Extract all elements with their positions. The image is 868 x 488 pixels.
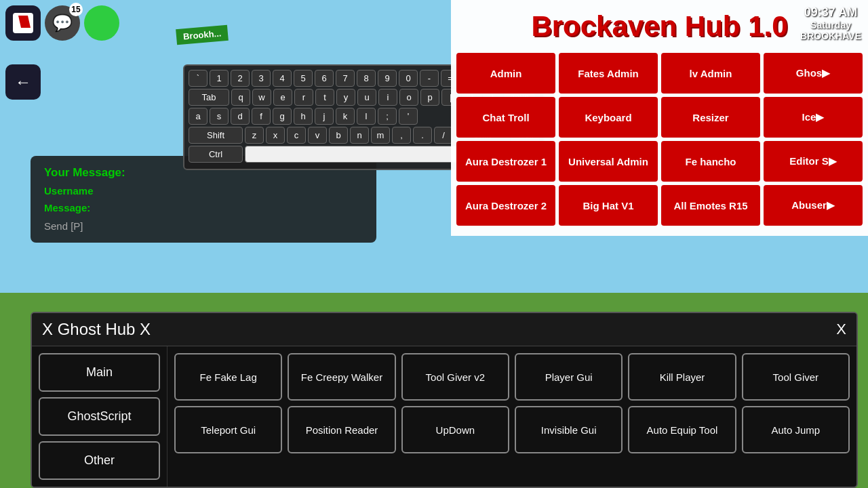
brock-grid: Admin Fates Admin lv Admin Ghos▶ Chat Tr… [451, 49, 868, 229]
ghost-grid-row-1: Fe Fake Lag Fe Creepy Walker Tool Giver … [174, 353, 850, 401]
brock-btn-editor-s[interactable]: Editor S▶ [764, 141, 863, 182]
key-f[interactable]: f [252, 108, 271, 125]
ghost-btn-invisible-gui[interactable]: Invisible Gui [515, 406, 623, 453]
key-e[interactable]: e [273, 89, 292, 106]
brock-btn-fates-admin[interactable]: Fates Admin [559, 53, 658, 94]
key-4[interactable]: 4 [273, 70, 292, 87]
key-1[interactable]: 1 [210, 70, 229, 87]
key-n[interactable]: n [350, 127, 369, 144]
key-s[interactable]: s [210, 108, 229, 125]
key-w[interactable]: w [252, 89, 271, 106]
key-i[interactable]: i [378, 89, 397, 106]
key-backtick[interactable]: ` [189, 70, 208, 87]
key-o[interactable]: o [399, 89, 418, 106]
key-r[interactable]: r [294, 89, 313, 106]
key-2[interactable]: 2 [231, 70, 250, 87]
message-label: Message: [44, 202, 363, 214]
key-p[interactable]: p [420, 89, 439, 106]
key-m[interactable]: m [371, 127, 390, 144]
key-h[interactable]: h [294, 108, 313, 125]
key-9[interactable]: 9 [378, 70, 397, 87]
key-slash[interactable]: / [434, 127, 453, 144]
key-minus[interactable]: - [420, 70, 439, 87]
key-ctrl-left[interactable]: Ctrl [189, 146, 243, 163]
brock-btn-fe-hancho[interactable]: Fe hancho [661, 141, 760, 182]
time-display: 09:37 AM Saturday BROOKHAVE [800, 5, 861, 41]
send-button[interactable]: Send [P] [44, 220, 83, 232]
keyboard-text-input[interactable] [250, 149, 477, 159]
ghost-btn-tool-giver[interactable]: Tool Giver [742, 353, 850, 401]
key-period[interactable]: . [413, 127, 432, 144]
key-8[interactable]: 8 [357, 70, 376, 87]
ghost-btn-player-gui[interactable]: Player Gui [515, 353, 623, 401]
key-x[interactable]: x [266, 127, 285, 144]
server: BROOKHAVE [800, 30, 861, 41]
ghost-sidebar: Main GhostScript Other [32, 346, 167, 487]
ghost-btn-fe-fake-lag[interactable]: Fe Fake Lag [174, 353, 282, 401]
key-3[interactable]: 3 [252, 70, 271, 87]
brock-btn-big-hat[interactable]: Big Hat V1 [559, 185, 658, 226]
ghost-btn-auto-equip-tool[interactable]: Auto Equip Tool [628, 406, 736, 453]
brock-btn-lv-admin[interactable]: lv Admin [661, 53, 760, 94]
key-q[interactable]: q [231, 89, 250, 106]
brock-btn-chat-troll[interactable]: Chat Troll [456, 97, 555, 138]
sidebar-btn-ghostscript[interactable]: GhostScript [39, 397, 160, 436]
ghost-btn-updown[interactable]: UpDown [401, 406, 509, 453]
key-shift-left[interactable]: Shift [189, 127, 243, 144]
brock-btn-all-emotes[interactable]: All Emotes R15 [661, 185, 760, 226]
chat-badge: 15 [69, 3, 83, 16]
brock-btn-abuser[interactable]: Abuser▶ [764, 185, 863, 226]
ghost-btn-kill-player[interactable]: Kill Player [628, 353, 736, 401]
ghost-content: Fe Fake Lag Fe Creepy Walker Tool Giver … [167, 346, 856, 487]
key-comma[interactable]: , [392, 127, 411, 144]
ghost-btn-teleport-gui[interactable]: Teleport Gui [174, 406, 282, 453]
brock-btn-aura1[interactable]: Aura Destrozer 1 [456, 141, 555, 182]
ghost-hub-close-button[interactable]: X [836, 321, 846, 338]
brock-btn-universal-admin[interactable]: Universal Admin [559, 141, 658, 182]
keyboard-input-bar[interactable] [245, 146, 483, 163]
key-k[interactable]: k [336, 108, 355, 125]
key-g[interactable]: g [273, 108, 292, 125]
key-b[interactable]: b [329, 127, 348, 144]
key-u[interactable]: u [357, 89, 376, 106]
key-d[interactable]: d [231, 108, 250, 125]
key-7[interactable]: 7 [336, 70, 355, 87]
key-l[interactable]: l [357, 108, 376, 125]
day: Saturday [800, 20, 861, 30]
ghost-grid-row-2: Teleport Gui Position Reader UpDown Invi… [174, 406, 850, 453]
key-0[interactable]: 0 [399, 70, 418, 87]
ghost-hub-title-bar: X Ghost Hub X X [32, 313, 856, 346]
brock-btn-resizer[interactable]: Resizer [661, 97, 760, 138]
back-button[interactable]: ← [5, 64, 41, 100]
sidebar-btn-other[interactable]: Other [39, 441, 160, 480]
ghost-btn-position-reader[interactable]: Position Reader [288, 406, 395, 453]
ghost-btn-fe-creepy-walker[interactable]: Fe Creepy Walker [288, 353, 395, 401]
brock-btn-aura2[interactable]: Aura Destrozer 2 [456, 185, 555, 226]
chat-icon[interactable]: 💬 15 [45, 5, 80, 41]
key-v[interactable]: v [308, 127, 327, 144]
key-t[interactable]: t [315, 89, 334, 106]
key-tab[interactable]: Tab [189, 89, 229, 106]
top-icons-bar: 💬 15 [5, 5, 119, 41]
ghost-hub-body: Main GhostScript Other Fe Fake Lag Fe Cr… [32, 346, 856, 487]
key-j[interactable]: j [315, 108, 334, 125]
key-6[interactable]: 6 [315, 70, 334, 87]
sidebar-btn-main[interactable]: Main [39, 353, 160, 392]
key-semicolon[interactable]: ; [378, 108, 397, 125]
key-5[interactable]: 5 [294, 70, 313, 87]
brock-btn-keyboard[interactable]: Keyboard [559, 97, 658, 138]
key-c[interactable]: c [287, 127, 306, 144]
status-icon [84, 5, 119, 41]
key-z[interactable]: z [245, 127, 264, 144]
brock-btn-ice[interactable]: Ice▶ [764, 97, 863, 138]
roblox-icon[interactable] [5, 5, 41, 41]
ghost-btn-tool-giver-v2[interactable]: Tool Giver v2 [401, 353, 509, 401]
clock: 09:37 AM [800, 5, 861, 20]
brock-btn-ghost-partial[interactable]: Ghos▶ [764, 53, 863, 94]
key-y[interactable]: y [336, 89, 355, 106]
key-a[interactable]: a [189, 108, 208, 125]
brock-btn-admin[interactable]: Admin [456, 53, 555, 94]
ghost-hub-title: X Ghost Hub X [42, 320, 151, 339]
ghost-btn-auto-jump[interactable]: Auto Jump [742, 406, 850, 453]
key-quote[interactable]: ' [399, 108, 418, 125]
